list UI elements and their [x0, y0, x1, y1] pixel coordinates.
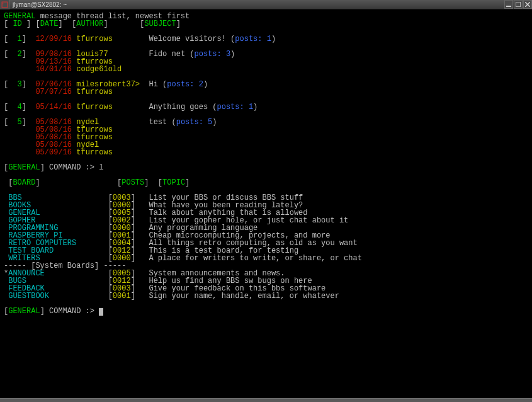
app-icon [0, 0, 9, 9]
svg-rect-2 [506, 6, 511, 7]
close-button[interactable] [523, 0, 532, 9]
terminal-window: jlyman@SX2802: ~ GENERAL message thread … [0, 0, 532, 402]
svg-rect-1 [3, 3, 3, 4]
window-title: jlyman@SX2802: ~ [9, 1, 504, 8]
taskbar [0, 398, 532, 402]
titlebar: jlyman@SX2802: ~ [0, 0, 532, 9]
cursor [99, 308, 103, 316]
maximize-button[interactable] [514, 0, 523, 9]
terminal-output[interactable]: GENERAL message thread list, newest firs… [0, 9, 532, 398]
svg-rect-3 [516, 2, 521, 7]
minimize-button[interactable] [504, 0, 513, 9]
svg-rect-0 [2, 2, 8, 8]
